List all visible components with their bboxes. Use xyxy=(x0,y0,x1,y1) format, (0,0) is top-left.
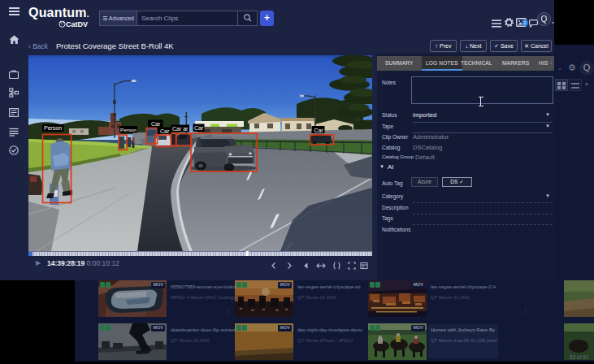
svg-text:Car ar: Car ar xyxy=(172,126,189,132)
svg-text:Car: Car xyxy=(151,121,161,127)
svg-text:Person: Person xyxy=(120,127,137,132)
svg-text:Car: Car xyxy=(194,125,204,131)
svg-text:Car: Car xyxy=(314,128,324,133)
svg-text:Car: Car xyxy=(160,128,170,134)
svg-text:Person: Person xyxy=(44,125,62,131)
